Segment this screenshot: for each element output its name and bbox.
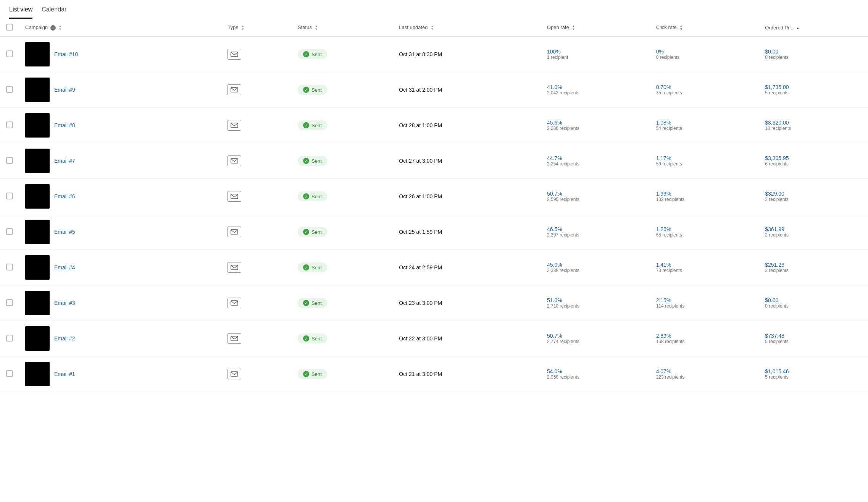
ordered-pr-cell-8: $737.48 5 recipients	[759, 321, 868, 356]
campaign-name-9[interactable]: Email #1	[54, 371, 75, 377]
last-updated-cell-0: Oct 31 at 8:30 PM	[393, 37, 541, 72]
click-rate-sub-0: 0 recipients	[656, 55, 753, 60]
campaign-col-header: Campaign i ▲▼	[19, 19, 221, 37]
status-cell-5: ✓ Sent	[292, 214, 393, 250]
campaign-name-2[interactable]: Email #8	[54, 122, 75, 128]
ordered-pr-cell-7: $0.00 0 recipients	[759, 285, 868, 321]
type-cell-2	[221, 108, 292, 143]
ordered-value-6: $251.26	[765, 262, 862, 268]
type-sort[interactable]: ▲▼	[241, 25, 244, 31]
tab-list-view[interactable]: List view	[9, 6, 32, 19]
open-rate-pct-7: 51.0%	[547, 297, 644, 303]
campaign-cell-0: Email #10	[19, 37, 221, 72]
status-badge-3: ✓ Sent	[298, 156, 327, 166]
last-updated-cell-3: Oct 27 at 3:00 PM	[393, 143, 541, 179]
status-col-label: Status	[298, 24, 312, 30]
ordered-value-8: $737.48	[765, 333, 862, 339]
campaign-name-4[interactable]: Email #6	[54, 193, 75, 199]
last-updated-value-6: Oct 24 at 2:59 PM	[399, 264, 442, 270]
row-checkbox-5[interactable]	[6, 228, 13, 235]
row-checkbox-cell-9	[0, 356, 19, 392]
campaign-name-8[interactable]: Email #2	[54, 335, 75, 342]
row-checkbox-6[interactable]	[6, 264, 13, 270]
last-updated-sort[interactable]: ▲▼	[431, 25, 434, 31]
open-rate-pct-5: 46.5%	[547, 226, 644, 232]
tab-calendar[interactable]: Calendar	[42, 6, 66, 19]
row-checkbox-4[interactable]	[6, 193, 13, 199]
status-check-icon-8: ✓	[303, 335, 309, 342]
ordered-pr-cell-2: $3,320.00 10 recipients	[759, 108, 868, 143]
last-updated-col-label: Last updated	[399, 24, 428, 30]
click-rate-cell-2: 1.08% 54 recipients	[650, 108, 759, 143]
campaign-name-3[interactable]: Email #7	[54, 158, 75, 164]
email-type-icon-1	[227, 84, 241, 95]
status-label-6: Sent	[311, 265, 322, 270]
ordered-pr-cell-6: $251.26 3 recipients	[759, 250, 868, 285]
open-rate-cell-3: 44.7% 2,254 recipients	[541, 143, 650, 179]
click-rate-sub-5: 65 recipients	[656, 232, 753, 238]
status-cell-7: ✓ Sent	[292, 285, 393, 321]
campaign-cell-4: Email #6	[19, 179, 221, 214]
campaign-thumbnail-5	[25, 220, 50, 244]
campaign-name-1[interactable]: Email #9	[54, 87, 75, 93]
ordered-value-3: $3,305.95	[765, 155, 862, 161]
last-updated-value-9: Oct 21 at 3:00 PM	[399, 371, 442, 377]
type-cell-8	[221, 321, 292, 356]
open-rate-cell-9: 54.0% 2,958 recipients	[541, 356, 650, 392]
click-rate-pct-6: 1.41%	[656, 262, 753, 268]
email-type-icon-6	[227, 262, 241, 273]
row-checkbox-8[interactable]	[6, 335, 13, 342]
ordered-pr-sort[interactable]: ▲	[796, 27, 799, 30]
click-rate-cell-3: 1.17% 59 recipients	[650, 143, 759, 179]
campaign-cell-7: Email #3	[19, 285, 221, 321]
ordered-pr-cell-0: $0.00 0 recipients	[759, 37, 868, 72]
campaign-name-5[interactable]: Email #5	[54, 229, 75, 235]
click-rate-sort[interactable]: ▲▼	[679, 25, 682, 31]
ordered-sub-5: 2 recipients	[765, 232, 862, 238]
type-cell-4	[221, 179, 292, 214]
open-rate-sort[interactable]: ▲▼	[572, 25, 575, 31]
open-rate-col-label: Open rate	[547, 24, 569, 30]
click-rate-pct-7: 2.15%	[656, 297, 753, 303]
campaign-cell-2: Email #8	[19, 108, 221, 143]
last-updated-value-7: Oct 23 at 3:00 PM	[399, 300, 442, 306]
open-rate-sub-7: 2,710 recipients	[547, 303, 644, 309]
ordered-value-4: $329.00	[765, 191, 862, 197]
campaign-info-icon[interactable]: i	[50, 25, 56, 31]
select-all-checkbox[interactable]	[6, 24, 13, 31]
status-cell-9: ✓ Sent	[292, 356, 393, 392]
campaign-name-0[interactable]: Email #10	[54, 51, 78, 57]
row-checkbox-2[interactable]	[6, 121, 13, 128]
campaign-cell-6: Email #4	[19, 250, 221, 285]
select-all-header[interactable]	[0, 19, 19, 37]
last-updated-col-header: Last updated ▲▼	[393, 19, 541, 37]
campaign-thumbnail-9	[25, 362, 50, 386]
status-col-header: Status ▲▼	[292, 19, 393, 37]
type-cell-1	[221, 72, 292, 108]
ordered-value-7: $0.00	[765, 297, 862, 303]
status-check-icon-1: ✓	[303, 87, 309, 93]
campaign-col-label: Campaign	[25, 24, 48, 30]
email-type-icon-2	[227, 120, 241, 131]
row-checkbox-0[interactable]	[6, 50, 13, 57]
row-checkbox-3[interactable]	[6, 157, 13, 164]
open-rate-pct-1: 41.0%	[547, 84, 644, 90]
status-sort[interactable]: ▲▼	[315, 25, 318, 31]
status-check-icon-5: ✓	[303, 229, 309, 235]
campaign-name-6[interactable]: Email #4	[54, 264, 75, 270]
campaign-sort[interactable]: ▲▼	[59, 25, 62, 31]
click-rate-cell-0: 0% 0 recipients	[650, 37, 759, 72]
row-checkbox-7[interactable]	[6, 299, 13, 306]
table-row: Email #9 ✓ Sent Oct 31 at 2:00 PM 41.0% …	[0, 72, 868, 108]
row-checkbox-1[interactable]	[6, 86, 13, 93]
table-row: Email #4 ✓ Sent Oct 24 at 2:59 PM 45.0% …	[0, 250, 868, 285]
ordered-sub-9: 5 recipients	[765, 374, 862, 380]
status-cell-3: ✓ Sent	[292, 143, 393, 179]
status-label-3: Sent	[311, 158, 322, 164]
row-checkbox-9[interactable]	[6, 370, 13, 377]
status-badge-7: ✓ Sent	[298, 298, 327, 308]
email-type-icon-0	[227, 49, 241, 60]
row-checkbox-cell-6	[0, 250, 19, 285]
type-cell-3	[221, 143, 292, 179]
campaign-name-7[interactable]: Email #3	[54, 300, 75, 306]
